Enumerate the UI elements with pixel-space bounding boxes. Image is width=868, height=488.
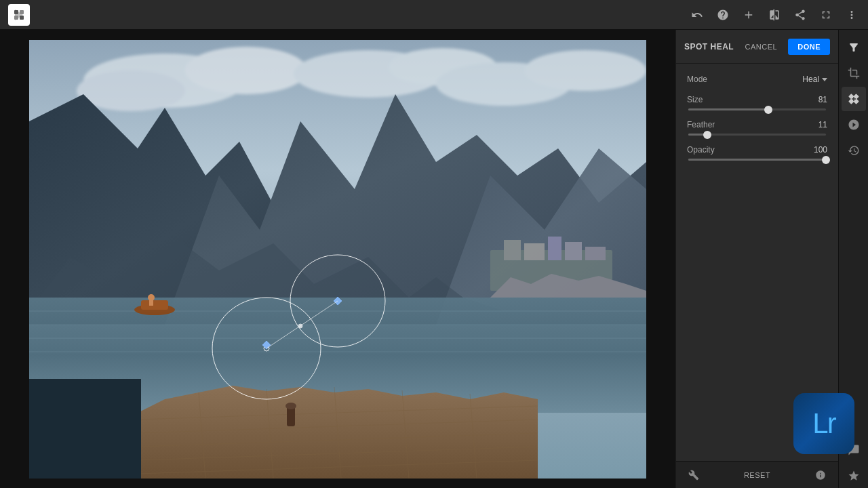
bottom-left-icons: [684, 466, 703, 485]
photo-container: [29, 40, 646, 479]
opacity-value: 100: [814, 145, 827, 155]
feather-slider-row: Feather 11: [687, 120, 827, 136]
lr-badge-text: Lr: [812, 407, 835, 440]
svg-point-7: [185, 47, 307, 94]
svg-rect-26: [565, 242, 582, 260]
chevron-down-icon: [822, 78, 827, 81]
image-area[interactable]: [0, 30, 675, 488]
svg-point-12: [524, 50, 646, 91]
spot-heal-title: SPOT HEAL: [684, 42, 734, 52]
svg-point-45: [285, 403, 296, 409]
svg-rect-4: [20, 16, 24, 20]
svg-rect-3: [14, 16, 18, 20]
undo-icon[interactable]: [689, 7, 705, 23]
right-panel-bottom: RESET: [676, 461, 838, 488]
svg-point-53: [298, 324, 302, 328]
tool-icon[interactable]: [684, 466, 703, 485]
opacity-thumb[interactable]: [822, 156, 830, 164]
mode-selector[interactable]: Heal: [802, 75, 827, 84]
bottom-right-area: [811, 466, 830, 485]
add-icon[interactable]: [741, 7, 757, 23]
svg-rect-32: [149, 300, 153, 306]
photo: [29, 40, 646, 479]
spot-heal-header: SPOT HEAL CANCEL DONE: [676, 30, 838, 64]
filter-icon[interactable]: [842, 35, 866, 60]
feather-slider-header: Feather 11: [687, 120, 827, 129]
svg-rect-46: [29, 379, 141, 479]
mode-label: Mode: [687, 75, 802, 84]
mode-row: Mode Heal: [687, 75, 827, 84]
feather-label: Feather: [687, 120, 818, 129]
svg-rect-27: [585, 247, 606, 260]
opacity-track[interactable]: [688, 159, 826, 161]
reset-button[interactable]: RESET: [744, 471, 770, 479]
feather-track[interactable]: [688, 134, 826, 136]
svg-rect-23: [504, 240, 521, 260]
opacity-slider-header: Opacity 100: [687, 145, 827, 155]
feather-thumb[interactable]: [703, 131, 711, 139]
lr-badge: Lr: [793, 393, 854, 454]
cancel-button[interactable]: CANCEL: [740, 40, 783, 54]
size-slider-row: Size 81: [687, 95, 827, 110]
info-icon[interactable]: [811, 466, 830, 485]
opacity-fill: [688, 159, 826, 161]
size-value: 81: [818, 95, 827, 104]
size-label: Size: [687, 95, 818, 104]
size-fill: [688, 108, 768, 110]
top-bar: [0, 0, 868, 30]
svg-rect-1: [14, 10, 18, 14]
size-slider-header: Size 81: [687, 95, 827, 104]
svg-point-31: [148, 294, 155, 301]
size-thumb[interactable]: [764, 106, 772, 114]
star-icon[interactable]: [842, 464, 866, 488]
main-content: SPOT HEAL CANCEL DONE Mode Heal Siz: [0, 30, 868, 488]
more-icon[interactable]: [844, 7, 860, 23]
history-icon[interactable]: [842, 138, 866, 163]
svg-rect-30: [141, 300, 168, 310]
svg-rect-24: [524, 243, 545, 260]
top-bar-icons: [689, 7, 860, 23]
compare-icon[interactable]: [766, 7, 783, 23]
crop-icon[interactable]: [842, 61, 866, 85]
expand-icon[interactable]: [818, 7, 834, 23]
done-button[interactable]: DONE: [788, 39, 830, 55]
app-logo: [8, 4, 30, 26]
masking-icon[interactable]: [842, 113, 866, 137]
share-icon[interactable]: [792, 7, 808, 23]
opacity-slider-row: Opacity 100: [687, 145, 827, 161]
feather-value: 11: [818, 120, 827, 129]
svg-rect-2: [20, 10, 24, 14]
mode-value-text: Heal: [802, 75, 819, 84]
size-track[interactable]: [688, 108, 826, 110]
svg-rect-25: [548, 237, 561, 260]
help-icon[interactable]: [715, 7, 731, 23]
heal-icon[interactable]: [842, 87, 866, 111]
opacity-label: Opacity: [687, 145, 814, 155]
